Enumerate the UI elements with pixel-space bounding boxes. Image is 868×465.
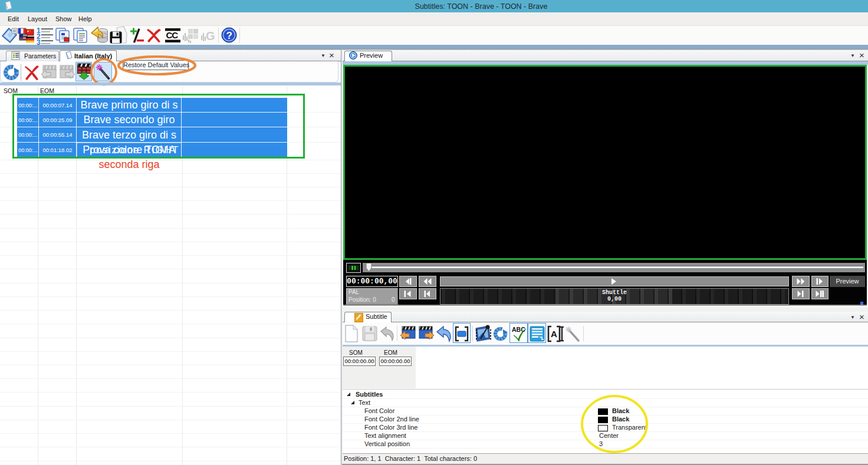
svg-text:?: ? <box>226 30 232 41</box>
svg-text:G: G <box>206 29 215 42</box>
svg-text:CC: CC <box>166 30 179 40</box>
svg-text:A: A <box>551 329 557 339</box>
